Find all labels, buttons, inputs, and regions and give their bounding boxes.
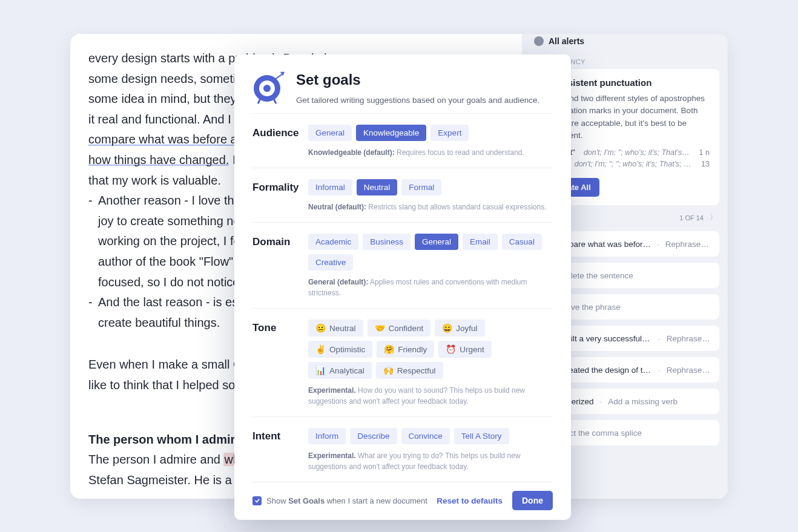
setting-note: Experimental. What are you trying to do?…	[308, 450, 553, 472]
tone-label: Confident	[389, 324, 424, 333]
issue-count: 13	[701, 160, 710, 168]
pager-next-icon[interactable]: 〉	[710, 212, 717, 223]
tone-label: Optimistic	[329, 345, 365, 354]
setting-note: Neutral (default): Restricts slang but a…	[308, 202, 553, 212]
tone-option[interactable]: ⏰Urgent	[438, 341, 492, 358]
checkbox-label: Show Set Goals when I start a new docume…	[266, 496, 427, 505]
intent-option[interactable]: Describe	[350, 428, 397, 444]
tone-option[interactable]: 🙌Respectful	[376, 362, 443, 379]
setting-label: Intent	[252, 428, 308, 442]
suggestion-hint: Rephrase senten	[667, 334, 711, 343]
domain-option[interactable]: Email	[463, 234, 498, 250]
tone-label: Neutral	[329, 324, 356, 333]
setting-intent: IntentInformDescribeConvinceTell A Story…	[252, 416, 553, 482]
tone-emoji-icon: 😐	[315, 323, 326, 333]
suggestion-text: Remove the phrase	[549, 303, 711, 312]
tone-label: Urgent	[460, 345, 484, 354]
tone-label: Joyful	[456, 324, 477, 333]
suggestion-hint: Add a missing verb	[608, 397, 711, 406]
tone-option[interactable]: 😐Neutral	[308, 320, 363, 337]
show-goals-checkbox[interactable]: Show Set Goals when I start a new docume…	[252, 496, 427, 505]
intent-option[interactable]: Tell A Story	[454, 428, 509, 444]
issue-list: don't; I'm; "; "; who's; it's; That's; E…	[575, 160, 693, 168]
panel-header-label: All alerts	[549, 36, 584, 46]
audience-option[interactable]: Expert	[430, 125, 469, 141]
audience-option[interactable]: General	[308, 125, 352, 141]
audience-option[interactable]: Knowledgeable	[356, 125, 426, 141]
setting-label: Tone	[252, 320, 308, 334]
setting-audience: AudienceGeneralKnowledgeableExpertKnowle…	[252, 113, 553, 168]
setting-note: Experimental. How do you want to sound? …	[308, 385, 553, 407]
intent-option[interactable]: Convince	[401, 428, 450, 444]
domain-option[interactable]: Creative	[308, 254, 353, 271]
set-goals-modal: Set goals Get tailored writing suggestio…	[234, 54, 571, 520]
setting-tone: Tone😐Neutral🤝Confident😄Joyful✌️Optimisti…	[252, 308, 553, 416]
domain-option[interactable]: Casual	[502, 234, 542, 250]
tone-option[interactable]: 📊Analytical	[308, 362, 372, 379]
setting-note: Knowledgeable (default): Requires focus …	[308, 147, 553, 158]
suggestion-text: Correct the comma splice	[549, 429, 711, 438]
modal-subtitle: Get tailored writing suggestions based o…	[296, 96, 553, 105]
tone-option[interactable]: ✌️Optimistic	[308, 341, 372, 358]
done-button[interactable]: Done	[512, 491, 553, 510]
panel-header[interactable]: All alerts	[522, 36, 728, 51]
formality-option[interactable]: Neutral	[357, 179, 398, 195]
tone-emoji-icon: ⏰	[446, 344, 456, 354]
tone-emoji-icon: ✌️	[315, 344, 326, 354]
tone-option[interactable]: 🤗Friendly	[377, 341, 434, 358]
tone-emoji-icon: 🤝	[375, 323, 385, 333]
suggestion-text: Complete the sentence	[549, 271, 711, 280]
domain-option[interactable]: General	[415, 234, 458, 250]
setting-label: Domain	[252, 234, 308, 248]
issue-list: don't; I'm; "; who's; it's; That's; Elen…	[584, 148, 691, 157]
modal-footer: Show Set Goals when I start a new docume…	[252, 482, 553, 510]
suggestion-hint: Rephrase senten	[665, 240, 711, 249]
setting-domain: DomainAcademicBusinessGeneralEmailCasual…	[252, 222, 553, 308]
tone-label: Friendly	[398, 345, 427, 354]
suggestion-hint: Rephrase senten	[667, 366, 711, 375]
tone-emoji-icon: 😄	[442, 323, 452, 333]
tone-label: Respectful	[397, 366, 436, 375]
tone-option[interactable]: 🤝Confident	[368, 320, 431, 337]
setting-label: Audience	[252, 125, 308, 139]
formality-option[interactable]: Informal	[308, 179, 352, 195]
setting-note: General (default): Applies most rules an…	[308, 277, 553, 298]
target-icon	[252, 71, 284, 103]
tone-emoji-icon: 📊	[315, 366, 326, 375]
domain-option[interactable]: Business	[363, 234, 411, 250]
issue-count: 1 n	[699, 148, 710, 157]
domain-option[interactable]: Academic	[308, 234, 358, 250]
formality-option[interactable]: Formal	[401, 179, 441, 195]
tone-emoji-icon: 🤗	[384, 344, 394, 354]
reset-defaults-button[interactable]: Reset to defaults	[437, 496, 503, 505]
pager-text: 1 OF 14	[679, 214, 704, 222]
modal-title: Set goals	[296, 71, 553, 88]
setting-label: Formality	[252, 179, 308, 194]
tone-emoji-icon: 🙌	[383, 366, 394, 375]
tone-option[interactable]: 😄Joyful	[435, 320, 484, 337]
alert-count-icon	[534, 36, 544, 46]
checkbox-icon[interactable]	[252, 496, 262, 505]
tone-label: Analytical	[329, 366, 364, 375]
intent-option[interactable]: Inform	[308, 428, 346, 444]
setting-formality: FormalityInformalNeutralFormalNeutral (d…	[252, 168, 553, 222]
